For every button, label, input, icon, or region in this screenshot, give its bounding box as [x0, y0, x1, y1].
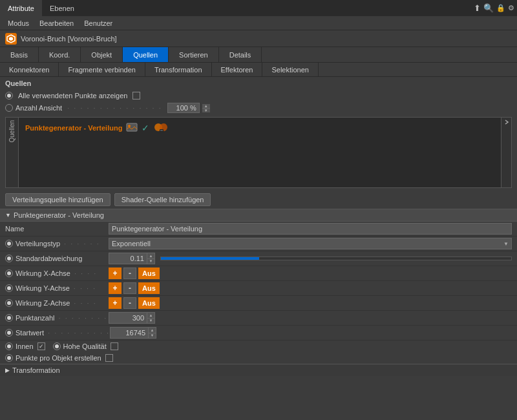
- name-value: [109, 223, 512, 235]
- alle-punkte-radio[interactable]: [5, 92, 13, 100]
- menu-bearbeiten[interactable]: Bearbeiten: [34, 16, 79, 30]
- hohe-qualitaet-label: Hohe Qualität: [63, 342, 107, 350]
- quellen-checkmark-icon: ✓: [142, 123, 149, 133]
- punktanzahl-row: Punktanzahl · · · · · · · · ▲ ▼: [0, 311, 517, 326]
- stdabw-label: Standardabweichung: [5, 255, 109, 262]
- wirkung-x-plus[interactable]: +: [109, 268, 121, 279]
- nav-tabs-row1: Basis Koord. Objekt Quellen Sortieren De…: [0, 47, 517, 63]
- anzahl-label: Anzahl Ansicht: [16, 104, 62, 112]
- tab2-konnektoren[interactable]: Konnektoren: [0, 63, 59, 76]
- verteilungstyp-selected: Exponentiell: [112, 240, 151, 247]
- quellen-vert-label: Quellen: [6, 118, 19, 187]
- quellen-content: Punktegenerator - Verteilung ✓: [20, 118, 511, 138]
- tab-details[interactable]: Details: [219, 47, 262, 62]
- tab2-transformation[interactable]: Transformation: [145, 63, 212, 76]
- wirkung-x-minus[interactable]: -: [123, 268, 136, 279]
- punkte-pro-objekt-checkbox[interactable]: [105, 354, 113, 362]
- startwert-label: Startwert · · · · · · · · · ·: [5, 329, 110, 337]
- stdabw-input[interactable]: [109, 253, 147, 264]
- punktanzahl-up[interactable]: ▲: [147, 313, 154, 319]
- percent-down[interactable]: ▼: [202, 109, 210, 112]
- wirkung-x-aus[interactable]: Aus: [138, 268, 160, 279]
- search-icon[interactable]: 🔍: [483, 3, 494, 13]
- anzahl-radio[interactable]: [5, 104, 13, 112]
- lock-icon: 🔒: [496, 4, 505, 12]
- tab2-effektoren[interactable]: Effektoren: [212, 63, 263, 76]
- wirkung-z-value: + - Aus: [109, 297, 512, 309]
- scroll-right[interactable]: [501, 118, 511, 187]
- window-titlebar: Voronoi-Bruch [Voronoi-Bruch]: [0, 30, 517, 47]
- wirkung-z-minus[interactable]: -: [123, 297, 136, 309]
- wirkung-z-aus[interactable]: Aus: [138, 297, 160, 309]
- transformation-label: Transformation: [12, 366, 60, 374]
- punktanzahl-radio[interactable]: [5, 314, 13, 322]
- tab2-selektionen[interactable]: Selektionen: [262, 63, 319, 76]
- verteilungstyp-dropdown[interactable]: Exponentiell ▼: [109, 238, 512, 249]
- stdabw-up[interactable]: ▲: [147, 253, 154, 259]
- tab2-fragmente[interactable]: Fragmente verbinden: [59, 63, 145, 76]
- stdabw-input-group: ▲ ▼: [109, 253, 155, 264]
- add-shader-btn[interactable]: Shader-Quelle hinzufügen: [114, 193, 211, 206]
- wirkung-z-plus[interactable]: +: [109, 297, 121, 309]
- startwert-input[interactable]: [110, 327, 149, 339]
- percent-up[interactable]: ▲: [202, 104, 210, 109]
- tab-ebenen[interactable]: Ebenen: [42, 0, 82, 16]
- startwert-radio[interactable]: [5, 329, 13, 337]
- innen-radio[interactable]: [5, 342, 13, 350]
- punkte-pro-objekt-radio[interactable]: [5, 354, 13, 362]
- stdabw-slider[interactable]: [160, 257, 512, 260]
- buttons-row: Verteilungsquelle hinzufügen Shader-Quel…: [0, 191, 517, 209]
- punktanzahl-input[interactable]: [109, 312, 147, 324]
- tab-koord[interactable]: Koord.: [39, 47, 81, 62]
- transformation-collapse-icon: ▶: [5, 367, 10, 373]
- stdabw-down[interactable]: ▼: [147, 259, 154, 264]
- punktanzahl-down[interactable]: ▼: [147, 319, 154, 324]
- settings-icon[interactable]: ⚙: [508, 4, 514, 12]
- quellen-circles-icon: [153, 121, 169, 134]
- tab-objekt[interactable]: Objekt: [81, 47, 123, 62]
- tab-attribute[interactable]: Attribute: [0, 0, 42, 16]
- collapse-icon: ▼: [5, 212, 11, 218]
- quellen-image-icon: [126, 123, 138, 133]
- wirkung-y-minus[interactable]: -: [123, 282, 136, 294]
- menu-bar: Modus Bearbeiten Benutzer: [0, 16, 517, 30]
- wirkung-y-radio[interactable]: [5, 284, 13, 292]
- punktanzahl-value: ▲ ▼: [109, 312, 512, 324]
- tab-basis[interactable]: Basis: [0, 47, 39, 62]
- wirkung-x-value: + - Aus: [109, 268, 512, 279]
- startwert-row: Startwert · · · · · · · · · · ▲ ▼: [0, 326, 517, 341]
- verteilungstyp-radio[interactable]: [5, 240, 13, 247]
- title-tabs: Attribute Ebenen ⬆ 🔍 🔒 ⚙: [0, 0, 517, 16]
- menu-modus[interactable]: Modus: [3, 16, 34, 30]
- window-title: Voronoi-Bruch [Voronoi-Bruch]: [21, 35, 117, 43]
- tab-sortieren[interactable]: Sortieren: [169, 47, 219, 62]
- verteilungstyp-row: Verteilungstyp · · · · · · Exponentiell …: [0, 236, 517, 251]
- innen-row: Innen Hohe Qualität: [0, 341, 517, 352]
- verteilungstyp-value: Exponentiell ▼: [109, 238, 512, 249]
- transformation-row[interactable]: ▶ Transformation: [0, 364, 517, 376]
- add-verteilung-btn[interactable]: Verteilungsquelle hinzufügen: [5, 193, 111, 206]
- tab-quellen[interactable]: Quellen: [123, 47, 169, 62]
- innen-label: Innen: [16, 342, 34, 350]
- innen-checkbox[interactable]: [37, 342, 45, 350]
- wirkung-x-radio[interactable]: [5, 269, 13, 277]
- alle-punkte-checkbox[interactable]: [132, 92, 140, 100]
- wirkung-y-plus[interactable]: +: [109, 282, 121, 294]
- hohe-qualitaet-checkbox[interactable]: [111, 342, 118, 350]
- punkte-pro-objekt-item: Punkte pro Objekt erstellen: [5, 354, 113, 362]
- startwert-down[interactable]: ▼: [149, 333, 156, 339]
- quellen-list-area: Quellen Punktegenerator - Verteilung ✓: [5, 117, 512, 188]
- wirkung-z-radio[interactable]: [5, 299, 13, 307]
- name-input[interactable]: [109, 223, 512, 235]
- quellen-item[interactable]: Punktegenerator - Verteilung ✓: [23, 120, 509, 136]
- wirkung-y-aus[interactable]: Aus: [138, 282, 160, 294]
- verteilungstyp-label: Verteilungstyp · · · · · ·: [5, 240, 109, 247]
- punkte-section-divider[interactable]: ▼ Punktegenerator - Verteilung: [0, 209, 517, 222]
- percent-input[interactable]: [167, 103, 200, 113]
- menu-benutzer[interactable]: Benutzer: [79, 16, 118, 30]
- stdabw-radio[interactable]: [5, 255, 13, 262]
- hohe-qualitaet-radio[interactable]: [53, 342, 61, 350]
- startwert-up[interactable]: ▲: [149, 328, 156, 333]
- punktanzahl-label: Punktanzahl · · · · · · · ·: [5, 314, 109, 322]
- cursor-icon: ⬆: [474, 3, 481, 13]
